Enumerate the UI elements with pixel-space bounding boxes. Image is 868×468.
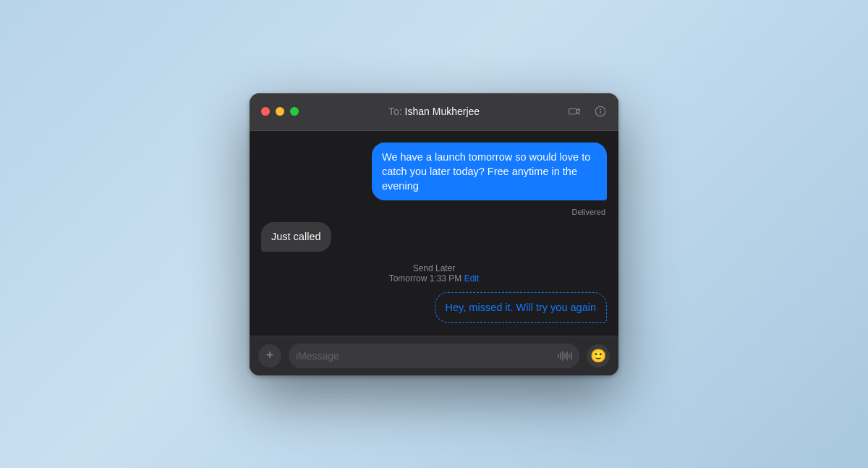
titlebar: To: Ishan Mukherjee <box>250 93 618 131</box>
message-row-scheduled: Hey, missed it. Will try you again <box>261 292 607 323</box>
svg-rect-0 <box>569 109 577 114</box>
imessage-window: To: Ishan Mukherjee We have a la <box>250 93 618 375</box>
send-later-label: Send Later <box>261 263 607 273</box>
add-attachment-button[interactable]: + <box>258 344 281 367</box>
messages-area: We have a launch tomorrow so would love … <box>250 131 618 336</box>
send-later-block: Send Later Tomorrow 1:33 PM Edit <box>261 263 607 284</box>
titlebar-actions <box>568 105 607 118</box>
contact-name: Ishan Mukherjee <box>405 106 480 117</box>
input-bar: + iMessage 🙂 <box>250 336 618 375</box>
message-row: We have a launch tomorrow so would love … <box>261 142 607 201</box>
message-row: Just called <box>261 222 607 251</box>
close-button[interactable] <box>261 107 270 116</box>
info-button[interactable] <box>594 105 607 118</box>
message-bubble-scheduled: Hey, missed it. Will try you again <box>435 292 607 323</box>
delivered-status: Delivered <box>261 208 607 216</box>
audio-waveform-icon <box>558 351 572 361</box>
maximize-button[interactable] <box>290 107 299 116</box>
traffic-lights <box>261 107 299 116</box>
edit-send-later-button[interactable]: Edit <box>464 273 480 284</box>
to-label: To: <box>388 106 402 117</box>
send-later-time: Tomorrow 1:33 PM Edit <box>261 273 607 284</box>
send-later-time-value: Tomorrow 1:33 PM <box>389 273 462 284</box>
titlebar-center: To: Ishan Mukherjee <box>388 106 480 117</box>
video-call-button[interactable] <box>568 105 581 118</box>
message-bubble-incoming: Just called <box>261 222 331 251</box>
message-placeholder: iMessage <box>296 350 552 362</box>
message-input-field[interactable]: iMessage <box>289 344 579 368</box>
emoji-icon: 🙂 <box>590 348 606 364</box>
emoji-picker-button[interactable]: 🙂 <box>587 344 610 367</box>
minimize-button[interactable] <box>276 107 284 116</box>
message-bubble-outgoing: We have a launch tomorrow so would love … <box>372 142 607 201</box>
